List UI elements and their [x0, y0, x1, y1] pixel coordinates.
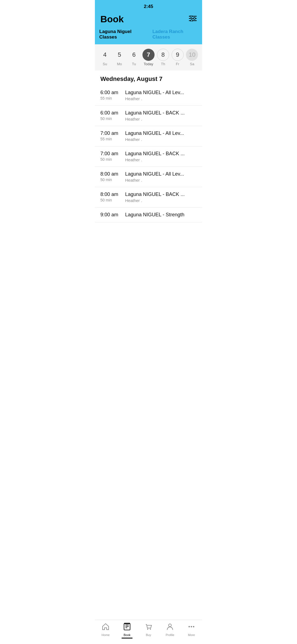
svg-point-4	[194, 17, 196, 19]
date-heading: Wednesday, August 7	[95, 70, 202, 85]
calendar-day-10[interactable]: 10Sa	[185, 49, 199, 66]
tab-laguna-niguel[interactable]: Laguna Niguel Classes	[99, 29, 146, 41]
status-bar: 2:45	[95, 0, 202, 12]
svg-point-3	[190, 15, 192, 17]
svg-point-5	[191, 20, 193, 21]
calendar-day-6[interactable]: 6Tu	[127, 49, 141, 66]
class-item[interactable]: 6:00 am55 minLaguna NIGUEL - All Lev...H…	[95, 85, 202, 106]
location-tabs: Laguna Niguel Classes Ladera Ranch Class…	[95, 29, 202, 44]
class-item[interactable]: 6:00 am50 minLaguna NIGUEL - BACK ...Hea…	[95, 106, 202, 126]
calendar-day-5[interactable]: 5Mo	[113, 49, 126, 66]
class-item[interactable]: 9:00 amLaguna NIGUEL - Strength	[95, 208, 202, 222]
status-time: 2:45	[144, 4, 153, 9]
class-item[interactable]: 7:00 am50 minLaguna NIGUEL - BACK ...Hea…	[95, 146, 202, 167]
calendar-day-7[interactable]: 7Today	[142, 49, 155, 66]
calendar-strip: 4Su5Mo6Tu7Today8Th9Fr10Sa	[95, 44, 202, 70]
class-item[interactable]: 8:00 am50 minLaguna NIGUEL - BACK ...Hea…	[95, 187, 202, 208]
class-item[interactable]: 8:00 am50 minLaguna NIGUEL - All Lev...H…	[95, 167, 202, 187]
page-title: Book	[100, 14, 124, 24]
class-list: 6:00 am55 minLaguna NIGUEL - All Lev...H…	[95, 85, 202, 222]
calendar-day-9[interactable]: 9Fr	[171, 49, 184, 66]
calendar-day-4[interactable]: 4Su	[98, 49, 111, 66]
filter-icon[interactable]	[189, 15, 197, 23]
calendar-day-8[interactable]: 8Th	[156, 49, 170, 66]
header: Book	[95, 12, 202, 29]
tab-ladera-ranch[interactable]: Ladera Ranch Classes	[152, 29, 198, 41]
class-item[interactable]: 7:00 am55 minLaguna NIGUEL - All Lev...H…	[95, 126, 202, 146]
